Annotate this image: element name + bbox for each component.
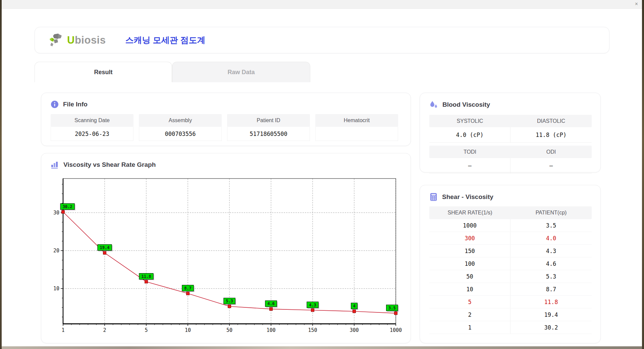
svg-text:10: 10 [185, 327, 191, 333]
shear-table-row: 130.2 [429, 321, 592, 334]
graph-title: Viscosity vs Shear Rate Graph [63, 161, 156, 168]
file-info-title: File Info [63, 101, 88, 108]
svg-text:5: 5 [145, 327, 148, 333]
patient-viscosity-cell: 8.7 [511, 283, 592, 295]
shear-rate-cell: 300 [429, 232, 511, 244]
viscosity-graph-card: Viscosity vs Shear Rate Graph 1020301251… [41, 153, 411, 343]
file-info-field-value [315, 127, 398, 141]
file-info-field: Scanning Date2025-06-23 [51, 114, 133, 141]
window-titlebar: × [2, 0, 642, 9]
svg-text:300: 300 [350, 327, 359, 333]
svg-text:50: 50 [226, 327, 232, 333]
bv-header-cell: DIASTOLIC [511, 115, 592, 127]
file-info-field-value: 51718605500 [227, 127, 310, 141]
bv-value-cell: 4.0 (cP) [429, 127, 511, 142]
app-title-korean: 스캐닝 모세관 점도계 [125, 35, 205, 46]
shear-table-row: 511.8 [429, 296, 592, 308]
bv-header-cell: SYSTOLIC [429, 115, 511, 127]
shear-table-header: SHEAR RATE(1/s) [429, 206, 511, 219]
svg-text:4.3: 4.3 [309, 303, 316, 307]
svg-text:10: 10 [53, 286, 59, 292]
svg-text:4: 4 [353, 304, 355, 308]
header-card: Ubiosis 스캐닝 모세관 점도계 [35, 27, 609, 53]
file-info-card: File Info Scanning Date2025-06-23Assembl… [41, 93, 411, 146]
shear-rate-cell: 10 [429, 283, 511, 295]
svg-text:19.4: 19.4 [100, 245, 110, 250]
shear-rate-cell: 150 [429, 245, 511, 257]
svg-text:30.2: 30.2 [63, 204, 72, 209]
bv-header-cell: TODI [429, 146, 511, 158]
patient-viscosity-cell: 19.4 [511, 308, 592, 321]
shear-rate-cell: 5 [429, 296, 511, 308]
shear-table-row: 1004.6 [429, 257, 592, 270]
patient-viscosity-cell: 3.5 [511, 219, 592, 232]
patient-viscosity-cell: 11.8 [511, 296, 592, 308]
blood-viscosity-title-row: Blood Viscosity [429, 100, 600, 109]
svg-text:3.5: 3.5 [388, 306, 396, 310]
file-info-field-label: Hematocrit [315, 114, 398, 127]
ubiosis-logo: Ubiosis [48, 33, 106, 48]
calculator-icon [429, 193, 438, 201]
file-info-field-label: Patient ID [227, 114, 310, 127]
bv-value-cell: – [429, 158, 511, 173]
file-info-field-value: 000703556 [139, 127, 222, 141]
patient-viscosity-cell: 5.3 [511, 270, 592, 283]
blood-viscosity-title: Blood Viscosity [442, 101, 490, 108]
file-info-field: Assembly000703556 [139, 114, 222, 141]
shear-rate-cell: 100 [429, 257, 511, 270]
blood-viscosity-table: SYSTOLICDIASTOLIC4.0 (cP)11.8 (cP)TODIOD… [429, 115, 592, 173]
tab-result[interactable]: Result [35, 62, 172, 82]
shear-rate-cell: 50 [429, 270, 511, 283]
window-left-edge [0, 0, 2, 349]
droplets-icon [429, 100, 438, 109]
patient-viscosity-cell: 4.3 [511, 245, 592, 257]
ubiosis-logo-icon [48, 33, 65, 48]
file-info-field: Hematocrit [315, 114, 398, 141]
shear-rate-cell: 1000 [429, 219, 511, 232]
svg-text:5.3: 5.3 [226, 299, 233, 303]
graph-title-row: Viscosity vs Shear Rate Graph [51, 161, 411, 169]
close-icon[interactable]: × [635, 1, 638, 7]
window-right-edge [642, 0, 644, 349]
file-info-title-row: File Info [51, 100, 411, 108]
bv-value-cell: 11.8 (cP) [511, 127, 592, 142]
blood-viscosity-card: Blood Viscosity SYSTOLICDIASTOLIC4.0 (cP… [420, 93, 601, 172]
svg-text:1000: 1000 [390, 327, 402, 333]
svg-text:100: 100 [266, 327, 275, 333]
shear-table-row: 1504.3 [429, 245, 592, 257]
svg-text:11.8: 11.8 [142, 274, 151, 279]
logo-letter-u: U [67, 34, 75, 46]
patient-viscosity-cell: 4.6 [511, 257, 592, 270]
shear-viscosity-title: Shear - Viscosity [442, 193, 493, 201]
app-window: × Ubiosis 스캐닝 모세관 점도계 Result Raw Data [0, 0, 644, 349]
patient-viscosity-cell: 4.0 [511, 232, 592, 244]
shear-rate-cell: 2 [429, 308, 511, 321]
viscosity-shear-chart: 1020301251050100150300100030.219.411.88.… [49, 173, 404, 336]
file-info-field-label: Scanning Date [51, 114, 133, 127]
shear-table-row: 505.3 [429, 270, 592, 283]
tab-raw-data[interactable]: Raw Data [172, 62, 310, 82]
window-bottom-edge [2, 346, 642, 349]
patient-viscosity-cell: 30.2 [511, 321, 592, 334]
shear-viscosity-table: SHEAR RATE(1/s)PATIENT(cp)10003.53004.01… [429, 206, 592, 334]
shear-rate-cell: 1 [429, 321, 511, 334]
file-info-grid: Scanning Date2025-06-23Assembly000703556… [51, 114, 411, 141]
svg-text:1: 1 [61, 327, 64, 333]
shear-table-header: PATIENT(cp) [511, 206, 592, 219]
bar-chart-icon [51, 161, 59, 169]
shear-table-row: 219.4 [429, 308, 592, 321]
svg-text:30: 30 [53, 210, 59, 216]
shear-table-row: 3004.0 [429, 232, 592, 245]
file-info-field-value: 2025-06-23 [51, 127, 133, 141]
svg-text:4.6: 4.6 [267, 301, 275, 306]
svg-text:2: 2 [103, 327, 106, 333]
shear-table-row: 10003.5 [429, 219, 592, 232]
svg-text:20: 20 [53, 248, 59, 254]
svg-text:150: 150 [308, 327, 317, 333]
shear-viscosity-title-row: Shear - Viscosity [429, 193, 600, 201]
bv-header-cell: ODI [511, 146, 592, 158]
info-icon [51, 100, 59, 108]
file-info-field: Patient ID51718605500 [227, 114, 310, 141]
svg-text:8.7: 8.7 [184, 286, 192, 291]
shear-table-row: 108.7 [429, 283, 592, 296]
